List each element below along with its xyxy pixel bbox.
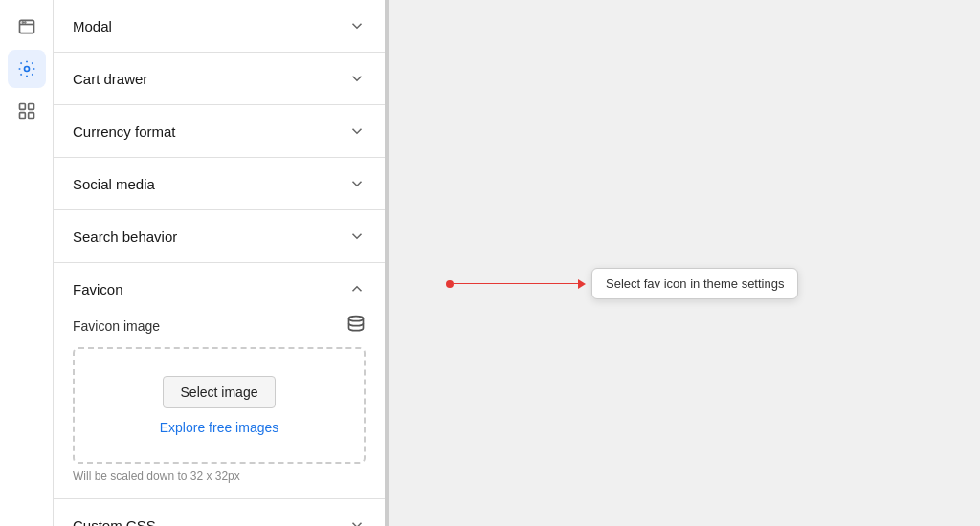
accordion-currency-format-header[interactable]: Currency format xyxy=(54,105,385,157)
accordion-custom-css-header[interactable]: Custom CSS xyxy=(54,499,385,526)
accordion-modal: Modal xyxy=(54,0,385,53)
accordion-cart-drawer: Cart drawer xyxy=(54,53,385,105)
chevron-down-icon xyxy=(348,70,366,87)
chevron-up-icon xyxy=(348,280,366,297)
chevron-down-icon xyxy=(348,516,366,526)
right-content-area: Select fav icon in theme settings xyxy=(389,0,980,526)
accordion-cart-drawer-header[interactable]: Cart drawer xyxy=(54,53,385,104)
favicon-image-row: Favicon image xyxy=(73,315,366,338)
favicon-image-label: Favicon image xyxy=(73,318,160,334)
accordion-social-media: Social media xyxy=(54,158,385,210)
annotation-tooltip: Select fav icon in theme settings xyxy=(591,268,798,299)
accordion-search-behavior: Search behavior xyxy=(54,210,385,263)
svg-rect-6 xyxy=(28,104,33,110)
icon-sidebar xyxy=(0,0,54,526)
accordion-favicon-title: Favicon xyxy=(73,281,123,297)
accordion-modal-header[interactable]: Modal xyxy=(54,0,385,52)
modal-icon-btn[interactable] xyxy=(8,8,46,46)
favicon-section: Favicon image Select image Explore free … xyxy=(54,315,385,498)
annotation-arrow xyxy=(578,279,586,289)
svg-point-2 xyxy=(22,22,23,23)
accordion-custom-css: Custom CSS xyxy=(54,499,385,526)
grid-icon xyxy=(17,101,36,121)
chevron-down-icon xyxy=(348,17,366,34)
accordion-social-media-header[interactable]: Social media xyxy=(54,158,385,209)
explore-free-images-link[interactable]: Explore free images xyxy=(160,420,279,435)
svg-rect-7 xyxy=(19,113,25,119)
accordion-favicon-header[interactable]: Favicon xyxy=(54,263,385,315)
gear-icon xyxy=(17,59,36,78)
accordion-social-media-title: Social media xyxy=(73,176,155,192)
annotation-line xyxy=(454,283,578,284)
chevron-down-icon xyxy=(348,122,366,140)
select-image-button[interactable]: Select image xyxy=(163,376,277,408)
svg-rect-5 xyxy=(19,104,25,110)
accordion-search-behavior-header[interactable]: Search behavior xyxy=(54,210,385,262)
modal-icon xyxy=(17,17,36,36)
chevron-down-icon xyxy=(348,175,366,192)
accordion-currency-format-title: Currency format xyxy=(73,123,176,140)
accordion-custom-css-title: Custom CSS xyxy=(73,517,156,527)
accordion-favicon: Favicon Favicon image Select image Explo… xyxy=(54,263,385,499)
svg-point-4 xyxy=(24,67,29,72)
settings-icon-btn[interactable] xyxy=(8,50,46,88)
annotation: Select fav icon in theme settings xyxy=(446,268,798,299)
image-upload-box: Select image Explore free images xyxy=(73,347,366,464)
settings-panel: Modal Cart drawer Currency format Social… xyxy=(54,0,389,526)
svg-rect-8 xyxy=(28,113,33,119)
database-icon xyxy=(346,315,366,338)
svg-point-3 xyxy=(24,22,25,23)
annotation-dot xyxy=(446,280,454,288)
accordion-currency-format: Currency format xyxy=(54,105,385,158)
accordion-modal-title: Modal xyxy=(73,18,112,34)
svg-point-9 xyxy=(349,317,364,321)
accordion-search-behavior-title: Search behavior xyxy=(73,229,177,245)
layout-icon-btn[interactable] xyxy=(8,92,46,130)
scale-hint: Will be scaled down to 32 x 32px xyxy=(73,470,366,483)
accordion-cart-drawer-title: Cart drawer xyxy=(73,71,147,87)
chevron-down-icon xyxy=(348,228,366,245)
